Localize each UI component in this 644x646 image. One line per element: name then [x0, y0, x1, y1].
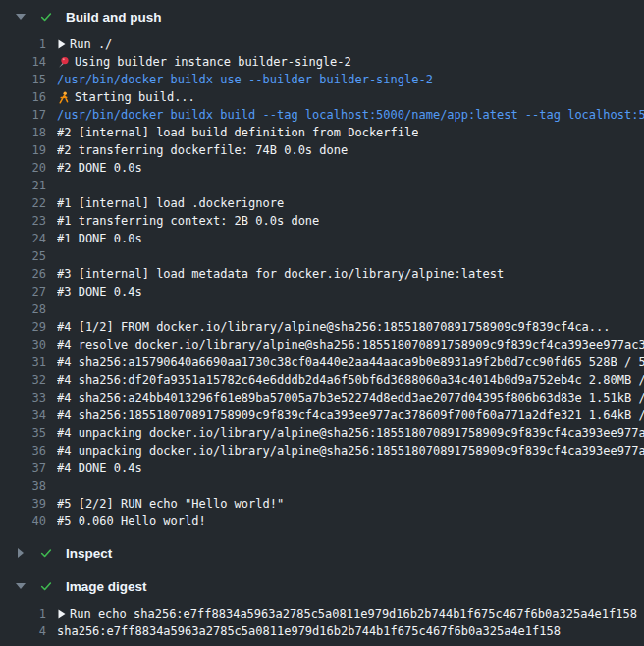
log-line-text: #2 DONE 0.0s	[57, 159, 142, 177]
pushpin-icon	[57, 53, 70, 71]
log-section-inspect: Inspect	[0, 536, 644, 569]
log-line: 34 #4 sha256:185518070891758909c9f839cf4…	[0, 406, 644, 424]
line-number[interactable]: 4	[0, 622, 46, 640]
log-line: 25	[0, 247, 644, 265]
line-number[interactable]: 19	[0, 141, 46, 159]
log-line-text: #4 sha256:df20fa9351a15782c64e6dddb2d4a6…	[57, 371, 644, 389]
section-log-lines: 1 Run ./ 14 Using builder instance build…	[0, 33, 644, 536]
line-number[interactable]: 40	[0, 512, 46, 530]
log-line: 21	[0, 177, 644, 194]
log-line: 24 #1 DONE 0.0s	[0, 230, 644, 247]
success-check-icon	[39, 579, 53, 593]
log-line-text: #4 resolve docker.io/library/alpine@sha2…	[57, 336, 644, 353]
log-line: 20 #2 DONE 0.0s	[0, 159, 644, 177]
log-line: 30 #4 resolve docker.io/library/alpine@s…	[0, 336, 644, 353]
log-section-image-digest: Image digest 1 Run echo sha256:e7ff8834a…	[0, 569, 644, 646]
log-line-text: #4 sha256:a24bb4013296f61e89ba57005a7b3e…	[57, 389, 644, 406]
play-icon[interactable]	[57, 35, 66, 53]
log-line: 38	[0, 477, 644, 495]
log-line-text: Using builder instance builder-single-2	[75, 53, 351, 71]
log-line-text: Run echo sha256:e7ff8834a5963a2785c5a081…	[70, 605, 637, 622]
log-line: 31 #4 sha256:a15790640a6690aa1730c38cf0a…	[0, 353, 644, 371]
runner-icon	[57, 88, 70, 106]
line-number[interactable]: 21	[0, 177, 46, 194]
log-line: 22 #1 [internal] load .dockerignore	[0, 194, 644, 212]
section-header-image-digest[interactable]: Image digest	[0, 569, 644, 603]
line-number[interactable]: 24	[0, 230, 46, 247]
log-line-text: #4 sha256:185518070891758909c9f839cf4ca3…	[57, 406, 644, 424]
line-number[interactable]: 32	[0, 371, 46, 389]
log-line-text: #5 [2/2] RUN echo "Hello world!"	[57, 495, 284, 512]
line-number[interactable]: 1	[0, 35, 46, 53]
log-line-text: #5 0.060 Hello world!	[57, 512, 206, 530]
line-number[interactable]: 16	[0, 88, 46, 106]
line-number[interactable]: 27	[0, 283, 46, 300]
log-line-text: /usr/bin/docker buildx use --builder bui…	[57, 71, 433, 88]
log-line: 4 sha256:e7ff8834a5963a2785c5a0811e979d1…	[0, 622, 644, 640]
chevron-right-icon	[15, 548, 27, 558]
success-check-icon	[39, 546, 53, 560]
line-number[interactable]: 39	[0, 495, 46, 512]
line-number[interactable]: 23	[0, 212, 46, 230]
line-number[interactable]: 37	[0, 459, 46, 477]
log-line: 33 #4 sha256:a24bb4013296f61e89ba57005a7…	[0, 389, 644, 406]
section-title: Image digest	[66, 579, 147, 594]
log-line: 15 /usr/bin/docker buildx use --builder …	[0, 71, 644, 88]
line-number[interactable]: 26	[0, 265, 46, 283]
log-line-text: #2 transferring dockerfile: 74B 0.0s don…	[57, 141, 348, 159]
log-line-text: /usr/bin/docker buildx build --tag local…	[57, 106, 644, 124]
log-line-text: #1 DONE 0.0s	[57, 230, 142, 247]
line-number[interactable]: 34	[0, 406, 46, 424]
section-header-build-and-push[interactable]: Build and push	[0, 0, 644, 33]
line-number[interactable]: 35	[0, 424, 46, 442]
log-line: 32 #4 sha256:df20fa9351a15782c64e6dddb2d…	[0, 371, 644, 389]
log-line-text: #1 transferring context: 2B 0.0s done	[57, 212, 319, 230]
line-number[interactable]: 30	[0, 336, 46, 353]
log-line-text: #1 [internal] load .dockerignore	[57, 194, 284, 212]
line-number[interactable]: 18	[0, 124, 46, 141]
log-line: 1 Run echo sha256:e7ff8834a5963a2785c5a0…	[0, 605, 644, 622]
log-line: 40 #5 0.060 Hello world!	[0, 512, 644, 530]
line-number[interactable]: 29	[0, 318, 46, 336]
chevron-down-icon	[15, 583, 27, 589]
log-line: 16 Starting build...	[0, 88, 644, 106]
log-line-text: #2 [internal] load build definition from…	[57, 124, 418, 141]
chevron-down-icon	[15, 14, 27, 20]
section-title: Inspect	[66, 546, 112, 561]
line-number[interactable]: 28	[0, 300, 46, 318]
line-number[interactable]: 33	[0, 389, 46, 406]
line-number[interactable]: 31	[0, 353, 46, 371]
section-log-lines: 1 Run echo sha256:e7ff8834a5963a2785c5a0…	[0, 603, 644, 646]
log-line: 26 #3 [internal] load metadata for docke…	[0, 265, 644, 283]
line-number[interactable]: 14	[0, 53, 46, 71]
line-number[interactable]: 22	[0, 194, 46, 212]
success-check-icon	[39, 10, 53, 24]
line-number[interactable]: 1	[0, 605, 46, 622]
workflow-log: Build and push 1 Run ./ 14 Using builder…	[0, 0, 644, 646]
line-number[interactable]: 15	[0, 71, 46, 88]
section-title: Build and push	[66, 10, 162, 25]
line-number[interactable]: 36	[0, 442, 46, 459]
line-number[interactable]: 38	[0, 477, 46, 495]
line-number[interactable]: 25	[0, 247, 46, 265]
log-section-build-and-push: Build and push 1 Run ./ 14 Using builder…	[0, 0, 644, 536]
log-line-text: #3 DONE 0.4s	[57, 283, 142, 300]
log-line-text: #4 [1/2] FROM docker.io/library/alpine@s…	[57, 318, 611, 336]
log-line: 23 #1 transferring context: 2B 0.0s done	[0, 212, 644, 230]
log-line-text: Starting build...	[75, 88, 195, 106]
log-line-text: #4 sha256:a15790640a6690aa1730c38cf0a440…	[57, 353, 644, 371]
log-line-text: #4 unpacking docker.io/library/alpine@sh…	[57, 424, 644, 442]
log-line-text: #4 unpacking docker.io/library/alpine@sh…	[57, 442, 644, 459]
log-line: 37 #4 DONE 0.4s	[0, 459, 644, 477]
log-line: 17 /usr/bin/docker buildx build --tag lo…	[0, 106, 644, 124]
log-line: 27 #3 DONE 0.4s	[0, 283, 644, 300]
log-line: 39 #5 [2/2] RUN echo "Hello world!"	[0, 495, 644, 512]
section-header-inspect[interactable]: Inspect	[0, 536, 644, 569]
play-icon[interactable]	[57, 605, 66, 622]
log-line-text: #4 DONE 0.4s	[57, 459, 142, 477]
log-line: 35 #4 unpacking docker.io/library/alpine…	[0, 424, 644, 442]
line-number[interactable]: 20	[0, 159, 46, 177]
log-line-text: sha256:e7ff8834a5963a2785c5a0811e979d16b…	[57, 622, 561, 640]
line-number[interactable]: 17	[0, 106, 46, 124]
log-line: 18 #2 [internal] load build definition f…	[0, 124, 644, 141]
